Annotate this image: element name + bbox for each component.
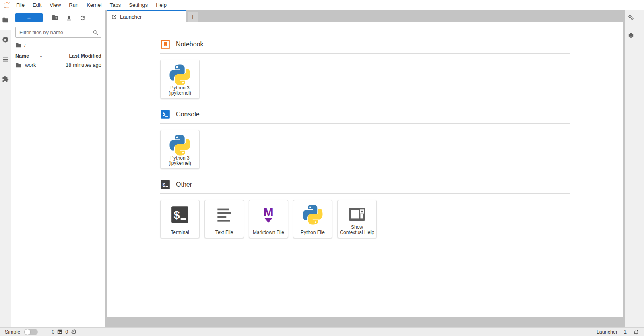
menu-tabs[interactable]: Tabs — [106, 0, 125, 10]
card-python-file[interactable]: Python File — [293, 200, 332, 238]
tab-bar: Launcher + — [105, 10, 625, 22]
launcher-panel: Notebook — [107, 22, 623, 317]
menu-settings[interactable]: Settings — [125, 0, 152, 10]
card-notebook-python3[interactable]: Python 3 (ipykernel) — [160, 60, 200, 99]
new-tab-button[interactable]: + — [188, 12, 198, 22]
card-text-file[interactable]: Text File — [204, 200, 244, 238]
status-bar: Simple 0 $ 0 — [0, 327, 644, 336]
card-terminal[interactable]: $ Terminal — [160, 200, 200, 238]
search-icon — [92, 29, 99, 36]
sort-ascending-icon: ▲ — [39, 54, 43, 58]
kernel-chip-icon — [71, 329, 77, 335]
kernel-subname: (ipykernel) — [169, 90, 191, 96]
menu-run[interactable]: Run — [65, 0, 83, 10]
new-launcher-button[interactable]: + — [15, 13, 43, 22]
jupyterlab-app: File Edit View Run Kernel Tabs Settings … — [0, 0, 644, 336]
notification-count: 1 — [624, 329, 627, 335]
svg-text:$: $ — [58, 330, 60, 334]
launcher-section-other: $ Other $ Terminal — [160, 179, 570, 238]
sidebar-tab-toc[interactable] — [0, 50, 11, 69]
section-title: Other — [176, 181, 192, 188]
svg-text:M: M — [263, 205, 273, 219]
statusbar-context: Launcher — [597, 329, 617, 335]
card-label: Show Contextual Help — [339, 225, 375, 235]
file-list-header: Name ▲ Last Modified — [11, 52, 105, 60]
notifications-button[interactable] — [633, 329, 639, 335]
column-header-modified[interactable]: Last Modified — [52, 53, 105, 59]
upload-button[interactable] — [62, 13, 76, 22]
launcher-icon — [111, 14, 117, 20]
left-activity-bar — [0, 10, 11, 327]
sidebar-tab-debugger[interactable] — [627, 32, 634, 39]
sidebar-tab-extensions[interactable] — [0, 69, 11, 89]
terminal-icon: $ — [170, 205, 190, 225]
card-label: Terminal — [171, 230, 189, 235]
refresh-button[interactable] — [76, 13, 89, 22]
column-header-name[interactable]: Name ▲ — [11, 52, 52, 60]
new-folder-button[interactable] — [48, 13, 62, 22]
gears-icon — [627, 14, 634, 21]
kernel-count: 0 — [65, 329, 68, 335]
section-title: Console — [176, 111, 200, 118]
section-title: Notebook — [176, 41, 204, 48]
bell-icon — [633, 329, 639, 335]
list-icon — [2, 56, 9, 63]
tab-launcher[interactable]: Launcher — [107, 10, 186, 22]
breadcrumb-root: / — [24, 42, 26, 48]
file-row-work[interactable]: work 18 minutes ago — [11, 60, 105, 70]
menu-kernel[interactable]: Kernel — [83, 0, 106, 10]
contextual-help-icon — [347, 205, 367, 224]
console-icon — [160, 109, 171, 120]
folder-icon — [15, 62, 22, 68]
svg-text:$: $ — [162, 182, 165, 188]
toggle-knob — [25, 329, 30, 335]
sidebar-tab-property-inspector[interactable] — [627, 14, 634, 21]
simple-mode-toggle[interactable] — [24, 329, 38, 335]
filter-files-input[interactable] — [15, 27, 101, 38]
menu-file[interactable]: File — [12, 0, 29, 10]
file-name: work — [25, 62, 36, 68]
menu-help[interactable]: Help — [152, 0, 171, 10]
jupyter-logo — [2, 1, 12, 10]
upload-icon — [66, 15, 72, 21]
text-file-icon — [214, 205, 234, 225]
right-activity-bar — [625, 10, 644, 327]
folder-icon — [2, 17, 9, 23]
section-divider — [160, 193, 570, 194]
markdown-icon: M — [258, 205, 279, 225]
terminal-count: 0 — [52, 329, 54, 335]
card-markdown-file[interactable]: M Markdown File — [249, 200, 288, 238]
section-divider — [160, 53, 570, 54]
bug-icon — [627, 32, 634, 39]
file-modified: 18 minutes ago — [52, 62, 105, 68]
dock-panel: Launcher + Notebook — [105, 10, 625, 327]
launcher-section-console: Console — [160, 109, 570, 169]
card-label: Text File — [215, 230, 233, 235]
section-divider — [160, 123, 570, 124]
refresh-icon — [79, 15, 86, 21]
python-logo — [169, 135, 190, 156]
puzzle-icon — [2, 76, 9, 83]
breadcrumb[interactable]: / — [11, 39, 105, 52]
card-label: Python File — [301, 230, 325, 235]
card-label: Markdown File — [253, 230, 284, 235]
card-show-contextual-help[interactable]: Show Contextual Help — [337, 200, 377, 238]
filter-files-wrap — [15, 27, 101, 38]
menu-edit[interactable]: Edit — [29, 0, 45, 10]
simple-mode-label: Simple — [5, 329, 20, 335]
menu-bar: File Edit View Run Kernel Tabs Settings … — [0, 0, 644, 10]
menu-view[interactable]: View — [45, 0, 65, 10]
card-console-python3[interactable]: Python 3 (ipykernel) — [160, 130, 200, 169]
kernel-subname: (ipykernel) — [169, 160, 191, 166]
python-logo — [169, 64, 190, 85]
launcher-section-notebook: Notebook — [160, 39, 570, 99]
main-area: + — [0, 10, 644, 327]
svg-text:$: $ — [174, 209, 180, 222]
folder-icon — [15, 42, 22, 48]
file-browser-panel: + — [11, 10, 105, 327]
notebook-icon — [160, 39, 171, 50]
sidebar-tab-file-browser[interactable] — [0, 10, 11, 30]
sidebar-tab-running[interactable] — [0, 30, 11, 50]
new-folder-icon — [52, 14, 59, 21]
python-logo — [303, 205, 323, 225]
